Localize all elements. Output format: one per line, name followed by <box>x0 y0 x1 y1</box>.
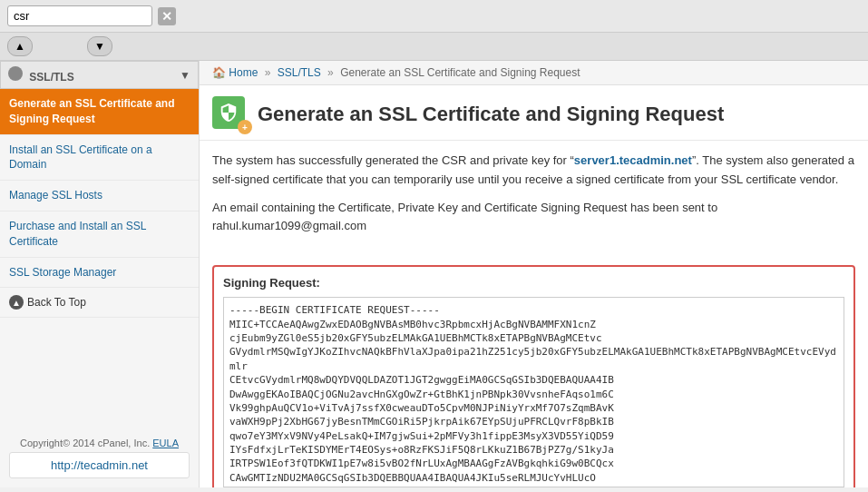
breadcrumb-sep-2: » <box>327 66 334 79</box>
sidebar-item-ssl-storage[interactable]: SSL Storage Manager <box>0 258 199 289</box>
page-title: Generate an SSL Certificate and Signing … <box>258 103 724 126</box>
ssl-badge-icon: + <box>238 120 252 134</box>
sidebar-footer-link[interactable]: http://tecadmin.net <box>9 452 190 478</box>
sidebar-item-generate-ssl[interactable]: Generate an SSL Certificate and Signing … <box>0 89 199 135</box>
sidebar-eula-link[interactable]: EULA <box>152 438 179 448</box>
sidebar-footer: Copyright© 2014 cPanel, Inc. EULA http:/… <box>0 428 199 487</box>
paragraph-1: The system has successfully generated th… <box>212 152 855 190</box>
sidebar-item-purchase-install[interactable]: Purchase and Install an SSL Certificate <box>0 212 199 258</box>
top-bar: ✕ <box>0 0 868 33</box>
nav-back-button[interactable]: ▲ <box>7 36 33 56</box>
nav-arrows: ▲ ▼ <box>0 33 868 61</box>
sidebar-section-icon: SSL/TLS <box>8 66 74 84</box>
sidebar-section-header[interactable]: SSL/TLS ▼ <box>0 61 199 89</box>
breadcrumb-ssltls-link[interactable]: SSL/TLS <box>278 66 321 79</box>
sidebar-copyright: Copyright© 2014 cPanel, Inc. EULA <box>9 438 190 448</box>
breadcrumb-home-link[interactable]: Home <box>229 66 258 79</box>
main-layout: SSL/TLS ▼ Generate an SSL Certificate an… <box>0 61 868 487</box>
nav-forward-button[interactable]: ▼ <box>87 36 112 56</box>
signing-request-textarea[interactable] <box>223 297 844 487</box>
sidebar-section-label: SSL/TLS <box>29 71 73 84</box>
sidebar-item-label-purchase: Purchase and Install an SSL Certificate <box>9 220 146 248</box>
sidebar-item-manage-ssl[interactable]: Manage SSL Hosts <box>0 181 199 212</box>
server-name: server1.tecadmin.net <box>574 153 692 167</box>
search-input[interactable] <box>7 5 152 26</box>
breadcrumb: 🏠 Home » SSL/TLS » Generate an SSL Certi… <box>200 61 868 85</box>
sidebar-item-label-install: Install an SSL Certificate on a Domain <box>9 143 152 172</box>
main-content: 🏠 Home » SSL/TLS » Generate an SSL Certi… <box>200 61 868 487</box>
sidebar-back-to-top[interactable]: ▲ Back To Top <box>0 288 199 318</box>
signing-request-label: Signing Request: <box>223 276 844 290</box>
breadcrumb-home-icon: 🏠 <box>212 66 226 79</box>
back-to-top-label: Back To Top <box>27 296 86 309</box>
breadcrumb-current: Generate an SSL Certificate and Signing … <box>340 66 580 79</box>
sidebar-item-install-ssl[interactable]: Install an SSL Certificate on a Domain <box>0 135 199 182</box>
sidebar-item-label-manage: Manage SSL Hosts <box>9 189 102 202</box>
content-body: The system has successfully generated th… <box>200 141 868 256</box>
sidebar-section-arrow: ▼ <box>180 69 190 82</box>
sidebar-item-label-storage: SSL Storage Manager <box>9 266 116 279</box>
breadcrumb-sep-1: » <box>265 66 271 79</box>
paragraph-2: An email containing the Certificate, Pri… <box>212 199 855 237</box>
page-header-icon-container: + <box>212 96 249 133</box>
sidebar: SSL/TLS ▼ Generate an SSL Certificate an… <box>0 61 200 487</box>
sidebar-item-label-generate: Generate an SSL Certificate and Signing … <box>9 97 175 125</box>
back-to-top-icon: ▲ <box>9 295 24 310</box>
search-clear-button[interactable]: ✕ <box>158 7 176 25</box>
paragraph-1-prefix: The system has successfully generated th… <box>212 153 574 167</box>
signing-request-container: Signing Request: <box>212 265 855 487</box>
page-header: + Generate an SSL Certificate and Signin… <box>200 85 868 141</box>
